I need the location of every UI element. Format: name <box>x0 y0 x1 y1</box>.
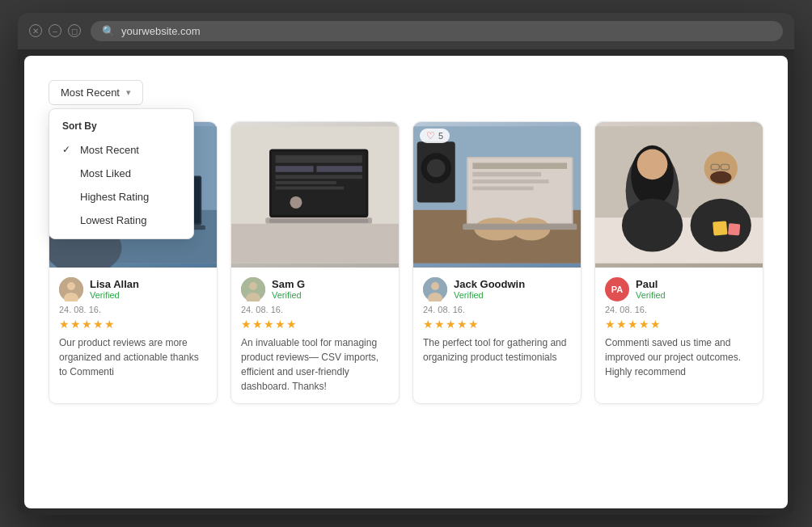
browser-content: Most Recent ▾ Sort By ✓ Most Recent Most… <box>24 56 788 508</box>
card-info-1: Lisa Allan Verified 24. 08. 16. ★★★★★ Ou… <box>49 268 217 389</box>
card-image-4 <box>595 122 763 268</box>
verified-badge-2: Verified <box>272 290 389 300</box>
svg-point-13 <box>67 282 75 290</box>
svg-rect-62 <box>728 223 740 235</box>
review-date-2: 24. 08. 16. <box>241 305 389 314</box>
avatar-2 <box>241 277 265 301</box>
reviewer-details-4: Paul Verified <box>636 278 753 300</box>
sort-option-lowest-rating[interactable]: Lowest Rating <box>49 209 193 232</box>
review-text-2: An invaluable tool for managing product … <box>241 335 389 394</box>
card-image-3: ♡ 5 <box>413 122 581 268</box>
minimize-button[interactable]: – <box>49 24 61 37</box>
review-card-4: PA Paul Verified 24. 08. 16. ★★★★★ Comme… <box>594 121 763 404</box>
reviewer-row-1: Lisa Allan Verified <box>59 277 207 301</box>
reviewer-name-2: Sam G <box>272 278 389 290</box>
avatar-3 <box>423 277 447 301</box>
stars-1: ★★★★★ <box>59 318 207 331</box>
svg-rect-23 <box>276 186 345 189</box>
sort-option-highest-rating[interactable]: Highest Rating <box>49 185 193 209</box>
reviewer-row-2: Sam G Verified <box>241 277 389 301</box>
svg-rect-26 <box>231 223 399 263</box>
browser-window: ✕ – ◻ 🔍 yourwebsite.com Most Recent ▾ So… <box>18 13 794 515</box>
review-text-3: The perfect tool for gathering and organ… <box>423 335 571 365</box>
avatar-1 <box>59 277 83 301</box>
svg-rect-19 <box>276 166 314 172</box>
reviewer-details-1: Lisa Allan Verified <box>90 278 207 300</box>
svg-rect-22 <box>276 181 336 184</box>
card-illustration-3 <box>413 122 581 268</box>
sort-option-label: Lowest Rating <box>80 214 146 226</box>
sort-dropdown-menu: Sort By ✓ Most Recent Most Liked Highest… <box>49 108 194 239</box>
review-date-1: 24. 08. 16. <box>59 305 207 314</box>
svg-point-54 <box>622 198 683 251</box>
reviewer-row-4: PA Paul Verified <box>605 277 753 301</box>
svg-rect-18 <box>276 155 362 162</box>
svg-point-24 <box>290 196 302 208</box>
review-card-2: Sam G Verified 24. 08. 16. ★★★★★ An inva… <box>230 121 400 404</box>
stars-2: ★★★★★ <box>241 318 389 331</box>
svg-rect-21 <box>276 175 362 179</box>
review-card-3: ♡ 5 <box>412 121 582 404</box>
sort-button[interactable]: Most Recent ▾ <box>49 80 143 105</box>
sort-option-most-recent[interactable]: ✓ Most Recent <box>49 138 193 162</box>
browser-chrome: ✕ – ◻ 🔍 yourwebsite.com <box>18 13 794 49</box>
checkmark-icon: ✓ <box>62 144 74 155</box>
close-button[interactable]: ✕ <box>29 24 42 37</box>
sort-container: Most Recent ▾ Sort By ✓ Most Recent Most… <box>49 80 143 105</box>
stars-4: ★★★★★ <box>605 318 753 331</box>
reviewer-details-3: Jack Goodwin Verified <box>454 278 571 300</box>
svg-rect-41 <box>472 186 533 190</box>
like-badge-3: ♡ 5 <box>420 129 450 143</box>
address-bar[interactable]: 🔍 yourwebsite.com <box>91 21 783 41</box>
card-info-2: Sam G Verified 24. 08. 16. ★★★★★ An inva… <box>231 268 399 403</box>
heart-icon: ♡ <box>426 130 435 141</box>
reviewer-name-1: Lisa Allan <box>90 278 207 290</box>
verified-badge-3: Verified <box>454 290 571 300</box>
svg-point-57 <box>710 171 731 183</box>
card-info-4: PA Paul Verified 24. 08. 16. ★★★★★ Comme… <box>595 268 763 389</box>
svg-rect-27 <box>269 219 368 223</box>
sort-option-label: Most Recent <box>80 144 139 156</box>
svg-rect-20 <box>316 166 362 172</box>
sort-option-label: Most Liked <box>80 167 131 179</box>
sort-dropdown-header: Sort By <box>49 116 193 138</box>
svg-rect-38 <box>472 162 567 169</box>
svg-rect-39 <box>472 171 541 176</box>
review-text-1: Our product reviews are more organized a… <box>59 335 207 379</box>
svg-rect-40 <box>472 179 548 183</box>
card-info-3: Jack Goodwin Verified 24. 08. 16. ★★★★★ … <box>413 268 581 374</box>
chevron-down-icon: ▾ <box>126 87 131 98</box>
maximize-button[interactable]: ◻ <box>68 24 81 37</box>
review-date-4: 24. 08. 16. <box>605 305 753 314</box>
avatar-4: PA <box>605 277 629 301</box>
sort-option-most-liked[interactable]: Most Liked <box>49 162 193 185</box>
svg-point-29 <box>249 282 257 290</box>
svg-point-34 <box>427 158 446 177</box>
review-date-3: 24. 08. 16. <box>423 305 571 314</box>
url-display: yourwebsite.com <box>121 25 201 37</box>
verified-badge-4: Verified <box>636 290 753 300</box>
verified-badge-1: Verified <box>90 290 207 300</box>
reviewer-row-3: Jack Goodwin Verified <box>423 277 571 301</box>
svg-point-46 <box>431 282 439 290</box>
reviewer-name-3: Jack Goodwin <box>454 278 571 290</box>
svg-rect-61 <box>713 221 727 235</box>
sort-label: Most Recent <box>61 86 120 99</box>
reviewer-details-2: Sam G Verified <box>272 278 389 300</box>
card-illustration-2 <box>231 122 399 268</box>
search-icon: 🔍 <box>102 25 115 37</box>
window-controls: ✕ – ◻ <box>29 24 81 37</box>
review-text-4: Commenti saved us time and improved our … <box>605 335 753 379</box>
reviewer-name-4: Paul <box>636 278 753 290</box>
stars-3: ★★★★★ <box>423 318 571 331</box>
sort-option-label: Highest Rating <box>80 191 149 203</box>
card-illustration-4 <box>595 122 763 268</box>
svg-rect-44 <box>463 223 577 230</box>
like-count: 5 <box>438 131 443 141</box>
svg-point-53 <box>637 149 668 179</box>
card-image-2 <box>231 122 399 268</box>
